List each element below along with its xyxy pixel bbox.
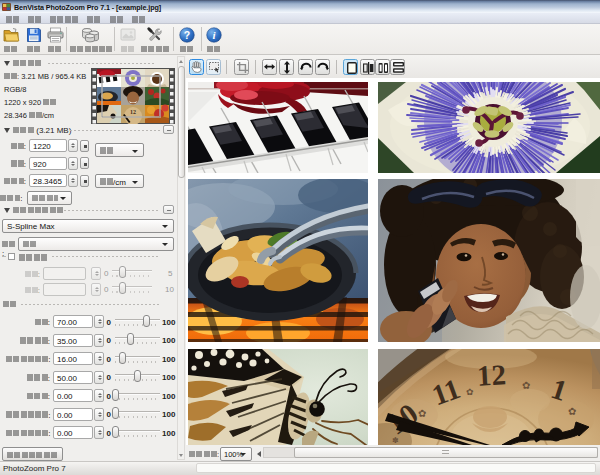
svg-text:✿: ✿ <box>522 380 530 391</box>
svg-text:✿: ✿ <box>418 408 426 419</box>
svg-text:✽: ✽ <box>392 436 399 445</box>
svg-text:✿: ✿ <box>568 406 576 417</box>
svg-text:12: 12 <box>130 109 136 115</box>
svg-text:12: 12 <box>476 358 507 391</box>
svg-text:✿: ✿ <box>466 387 474 397</box>
svg-text:?: ? <box>184 29 190 41</box>
